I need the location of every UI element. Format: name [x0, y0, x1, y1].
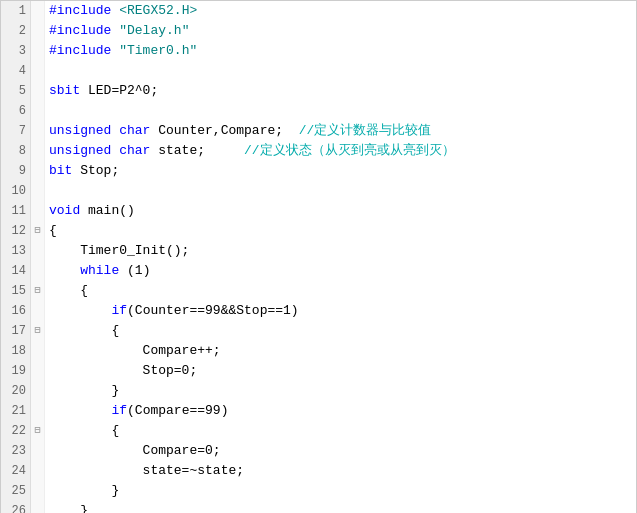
fold-gutter — [31, 41, 45, 61]
line-number: 22 — [1, 421, 31, 441]
fold-gutter — [31, 121, 45, 141]
code-row: 17⊟ { — [1, 321, 636, 341]
line-number: 21 — [1, 401, 31, 421]
line-number: 2 — [1, 21, 31, 41]
code-row: 16 if(Counter==99&&Stop==1) — [1, 301, 636, 321]
token-kw-bit: bit — [49, 163, 80, 178]
fold-gutter — [31, 21, 45, 41]
token-kw-type: unsigned char — [49, 143, 158, 158]
fold-gutter — [31, 461, 45, 481]
token-plain — [49, 263, 80, 278]
token-kw-include: #include — [49, 3, 119, 18]
code-row: 10 — [1, 181, 636, 201]
token-kw-include: #include — [49, 23, 119, 38]
token-plain: (Counter==99&&Stop==1) — [127, 303, 299, 318]
fold-gutter[interactable]: ⊟ — [31, 421, 45, 441]
line-number: 13 — [1, 241, 31, 261]
code-row: 6 — [1, 101, 636, 121]
token-plain: { — [49, 283, 88, 298]
code-content: } — [45, 481, 636, 501]
line-number: 14 — [1, 261, 31, 281]
fold-gutter — [31, 61, 45, 81]
token-str: <REGX52.H> — [119, 3, 197, 18]
code-row: 13 Timer0_Init(); — [1, 241, 636, 261]
fold-gutter — [31, 201, 45, 221]
fold-gutter — [31, 181, 45, 201]
code-row: 26 } — [1, 501, 636, 513]
line-number: 15 — [1, 281, 31, 301]
code-row: 2#include "Delay.h" — [1, 21, 636, 41]
token-comment: //定义状态（从灭到亮或从亮到灭） — [205, 143, 455, 158]
token-plain: state=~state; — [49, 463, 244, 478]
fold-gutter — [31, 481, 45, 501]
line-number: 24 — [1, 461, 31, 481]
token-plain: Counter,Compare; — [158, 123, 283, 138]
token-plain: Stop; — [80, 163, 119, 178]
line-number: 6 — [1, 101, 31, 121]
line-number: 23 — [1, 441, 31, 461]
fold-gutter[interactable]: ⊟ — [31, 281, 45, 301]
code-row: 4 — [1, 61, 636, 81]
line-number: 19 — [1, 361, 31, 381]
token-plain: Compare++; — [49, 343, 221, 358]
token-plain: Compare=0; — [49, 443, 221, 458]
fold-gutter — [31, 141, 45, 161]
code-content: sbit LED=P2^0; — [45, 81, 636, 101]
token-kw-void: void — [49, 203, 88, 218]
token-kw-while: while — [80, 263, 127, 278]
fold-gutter — [31, 161, 45, 181]
code-row: 23 Compare=0; — [1, 441, 636, 461]
code-content: Compare++; — [45, 341, 636, 361]
code-content: void main() — [45, 201, 636, 221]
code-row: 25 } — [1, 481, 636, 501]
code-row: 19 Stop=0; — [1, 361, 636, 381]
token-plain: state; — [158, 143, 205, 158]
fold-gutter — [31, 81, 45, 101]
line-number: 3 — [1, 41, 31, 61]
token-str: "Delay.h" — [119, 23, 189, 38]
token-kw-type: unsigned char — [49, 123, 158, 138]
code-row: 9bit Stop; — [1, 161, 636, 181]
token-plain: Stop=0; — [49, 363, 197, 378]
code-row: 18 Compare++; — [1, 341, 636, 361]
code-content — [45, 61, 636, 81]
line-number: 25 — [1, 481, 31, 501]
code-content: #include "Delay.h" — [45, 21, 636, 41]
code-row: 3#include "Timer0.h" — [1, 41, 636, 61]
token-plain: { — [49, 223, 57, 238]
code-content: { — [45, 321, 636, 341]
token-plain: { — [49, 323, 119, 338]
code-content: Stop=0; — [45, 361, 636, 381]
fold-gutter[interactable]: ⊟ — [31, 321, 45, 341]
line-number: 11 — [1, 201, 31, 221]
token-kw-include: #include — [49, 43, 119, 58]
line-number: 10 — [1, 181, 31, 201]
code-content: while (1) — [45, 261, 636, 281]
code-row: 8unsigned char state; //定义状态（从灭到亮或从亮到灭） — [1, 141, 636, 161]
token-comment: //定义计数器与比较值 — [283, 123, 431, 138]
code-row: 21 if(Compare==99) — [1, 401, 636, 421]
fold-gutter — [31, 241, 45, 261]
token-plain: (Compare==99) — [127, 403, 228, 418]
fold-gutter — [31, 381, 45, 401]
fold-gutter — [31, 341, 45, 361]
code-content: { — [45, 281, 636, 301]
code-content — [45, 181, 636, 201]
line-number: 18 — [1, 341, 31, 361]
token-str: "Timer0.h" — [119, 43, 197, 58]
code-content: #include <REGX52.H> — [45, 1, 636, 21]
line-number: 7 — [1, 121, 31, 141]
token-kw-if: if — [111, 303, 127, 318]
token-plain: } — [49, 483, 119, 498]
code-row: 5sbit LED=P2^0; — [1, 81, 636, 101]
code-row: 1#include <REGX52.H> — [1, 1, 636, 21]
token-plain: Timer0_Init(); — [49, 243, 189, 258]
fold-gutter — [31, 1, 45, 21]
code-row: 20 } — [1, 381, 636, 401]
code-row: 22⊟ { — [1, 421, 636, 441]
code-row: 15⊟ { — [1, 281, 636, 301]
line-number: 20 — [1, 381, 31, 401]
code-content: } — [45, 381, 636, 401]
line-number: 4 — [1, 61, 31, 81]
fold-gutter[interactable]: ⊟ — [31, 221, 45, 241]
